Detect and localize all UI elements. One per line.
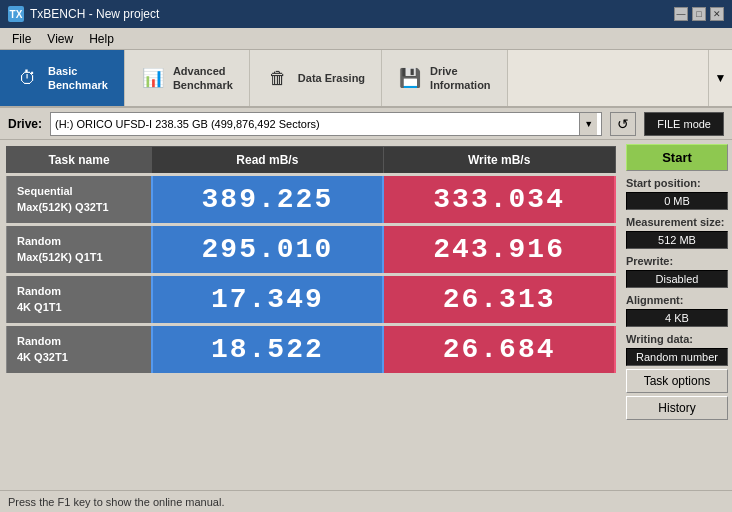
menubar: File View Help bbox=[0, 28, 732, 50]
tab-data-erasing[interactable]: 🗑 Data Erasing bbox=[250, 50, 382, 106]
start-button[interactable]: Start bbox=[626, 144, 728, 171]
toolbar-spacer bbox=[508, 50, 708, 106]
measurement-size-value: 512 MB bbox=[626, 231, 728, 249]
read-value-cell: 389.225 bbox=[152, 175, 384, 225]
task-name-cell: RandomMax(512K) Q1T1 bbox=[7, 225, 152, 275]
task-name-cell: SequentialMax(512K) Q32T1 bbox=[7, 175, 152, 225]
task-name-cell: Random4K Q32T1 bbox=[7, 325, 152, 375]
close-button[interactable]: ✕ bbox=[710, 7, 724, 21]
data-erasing-icon: 🗑 bbox=[266, 66, 290, 90]
drivebar: Drive: (H:) ORICO UFSD-I 238.35 GB (499,… bbox=[0, 108, 732, 140]
history-button[interactable]: History bbox=[626, 396, 728, 420]
drive-info-icon: 💾 bbox=[398, 66, 422, 90]
menu-help[interactable]: Help bbox=[81, 30, 122, 48]
toolbar: ⏱ BasicBenchmark 📊 AdvancedBenchmark 🗑 D… bbox=[0, 50, 732, 108]
col-task-name: Task name bbox=[7, 147, 152, 175]
col-read: Read mB/s bbox=[152, 147, 384, 175]
writing-data-label: Writing data: bbox=[626, 333, 728, 345]
toolbar-more-button[interactable]: ▼ bbox=[708, 50, 732, 106]
drive-label: Drive: bbox=[8, 117, 42, 131]
write-value-cell: 26.313 bbox=[383, 275, 615, 325]
table-row: RandomMax(512K) Q1T1295.010243.916 bbox=[7, 225, 616, 275]
minimize-button[interactable]: — bbox=[674, 7, 688, 21]
advanced-benchmark-icon: 📊 bbox=[141, 66, 165, 90]
statusbar: Press the F1 key to show the online manu… bbox=[0, 490, 732, 512]
results-table: Task name Read mB/s Write mB/s Sequentia… bbox=[6, 146, 616, 376]
task-options-button[interactable]: Task options bbox=[626, 369, 728, 393]
read-value-cell: 18.522 bbox=[152, 325, 384, 375]
write-value-cell: 26.684 bbox=[383, 325, 615, 375]
drive-selector[interactable]: (H:) ORICO UFSD-I 238.35 GB (499,876,492… bbox=[50, 112, 602, 136]
app-icon: TX bbox=[8, 6, 24, 22]
measurement-size-label: Measurement size: bbox=[626, 216, 728, 228]
tab-data-erasing-label: Data Erasing bbox=[298, 71, 365, 85]
tab-advanced-benchmark[interactable]: 📊 AdvancedBenchmark bbox=[125, 50, 250, 106]
drive-refresh-button[interactable]: ↺ bbox=[610, 112, 636, 136]
menu-file[interactable]: File bbox=[4, 30, 39, 48]
table-row: Random4K Q1T117.34926.313 bbox=[7, 275, 616, 325]
main-area: Task name Read mB/s Write mB/s Sequentia… bbox=[0, 140, 732, 490]
table-row: Random4K Q32T118.52226.684 bbox=[7, 325, 616, 375]
tab-drive-information-label: DriveInformation bbox=[430, 64, 491, 93]
table-row: SequentialMax(512K) Q32T1389.225333.034 bbox=[7, 175, 616, 225]
start-position-value: 0 MB bbox=[626, 192, 728, 210]
start-position-label: Start position: bbox=[626, 177, 728, 189]
window-controls: — □ ✕ bbox=[674, 7, 724, 21]
tab-drive-information[interactable]: 💾 DriveInformation bbox=[382, 50, 508, 106]
write-value-cell: 333.034 bbox=[383, 175, 615, 225]
alignment-value: 4 KB bbox=[626, 309, 728, 327]
tab-basic-benchmark[interactable]: ⏱ BasicBenchmark bbox=[0, 50, 125, 106]
prewrite-label: Prewrite: bbox=[626, 255, 728, 267]
window-title: TxBENCH - New project bbox=[30, 7, 674, 21]
drive-selected-text: (H:) ORICO UFSD-I 238.35 GB (499,876,492… bbox=[55, 118, 579, 130]
maximize-button[interactable]: □ bbox=[692, 7, 706, 21]
read-value-cell: 295.010 bbox=[152, 225, 384, 275]
status-text: Press the F1 key to show the online manu… bbox=[8, 496, 224, 508]
prewrite-value: Disabled bbox=[626, 270, 728, 288]
right-panel: Start Start position: 0 MB Measurement s… bbox=[622, 140, 732, 490]
writing-data-value: Random number bbox=[626, 348, 728, 366]
results-area: Task name Read mB/s Write mB/s Sequentia… bbox=[0, 140, 622, 490]
task-name-cell: Random4K Q1T1 bbox=[7, 275, 152, 325]
alignment-label: Alignment: bbox=[626, 294, 728, 306]
titlebar: TX TxBENCH - New project — □ ✕ bbox=[0, 0, 732, 28]
menu-view[interactable]: View bbox=[39, 30, 81, 48]
write-value-cell: 243.916 bbox=[383, 225, 615, 275]
col-write: Write mB/s bbox=[383, 147, 615, 175]
read-value-cell: 17.349 bbox=[152, 275, 384, 325]
tab-advanced-benchmark-label: AdvancedBenchmark bbox=[173, 64, 233, 93]
basic-benchmark-icon: ⏱ bbox=[16, 66, 40, 90]
file-mode-button[interactable]: FILE mode bbox=[644, 112, 724, 136]
tab-basic-benchmark-label: BasicBenchmark bbox=[48, 64, 108, 93]
drive-dropdown-arrow[interactable]: ▼ bbox=[579, 113, 597, 135]
